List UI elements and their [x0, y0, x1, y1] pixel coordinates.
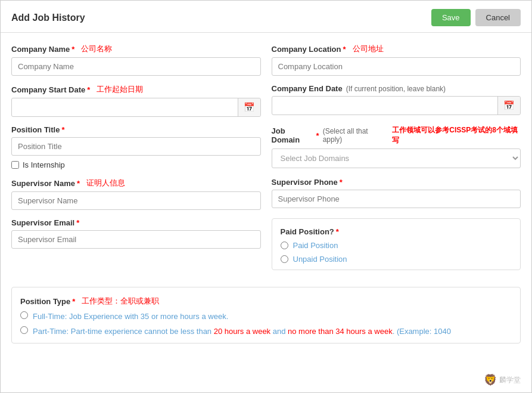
end-date-input[interactable]	[272, 97, 498, 115]
start-date-calendar-icon[interactable]: 📅	[238, 98, 260, 116]
job-domain-select[interactable]: Select Job Domains	[272, 148, 521, 168]
company-name-label: Company Name * 公司名称	[11, 44, 261, 54]
group-supervisor-name: Supervisor Name * 证明人信息	[11, 178, 261, 210]
supervisor-email-input[interactable]	[11, 230, 261, 249]
modal-body: Company Name * 公司名称 Company Location * 公…	[1, 33, 531, 349]
paid-position-radio[interactable]	[281, 242, 288, 249]
paid-position-required: *	[336, 227, 339, 236]
unpaid-position-radio-row: Unpaid Position	[281, 255, 512, 264]
is-internship-label: Is Internship	[23, 160, 65, 169]
position-type-required: *	[72, 297, 75, 306]
supervisor-phone-required: *	[340, 178, 343, 187]
start-date-wrapper: 📅	[11, 98, 261, 117]
row-supervisor-name-phone: Supervisor Name * 证明人信息 Supervisor Phone…	[11, 178, 521, 210]
supervisor-phone-label: Supervisor Phone *	[272, 178, 521, 187]
company-name-input[interactable]	[11, 57, 261, 76]
position-title-label: Position Title *	[11, 125, 261, 134]
full-time-label: Full-Time: Job Experience with 35 or mor…	[33, 311, 228, 322]
group-job-domain: Job Domain * (Select all that apply) 工作领…	[272, 125, 521, 169]
paid-position-box: Paid Position? * Paid Position Unpaid Po…	[272, 218, 521, 270]
position-type-section: Position Type * 工作类型：全职或兼职 Full-Time: Jo…	[11, 287, 521, 344]
part-time-label: Part-Time: Part-time experience cannot b…	[33, 326, 451, 337]
end-date-wrapper: 📅	[272, 96, 521, 115]
supervisor-name-required: *	[77, 179, 80, 188]
start-date-label: Company Start Date * 工作起始日期	[11, 84, 261, 95]
internship-row: Is Internship	[11, 160, 261, 169]
company-location-label: Company Location * 公司地址	[272, 44, 521, 54]
end-date-calendar-icon[interactable]: 📅	[497, 97, 520, 115]
company-location-required: *	[343, 45, 346, 54]
job-domain-label: Job Domain * (Select all that apply) 工作领…	[272, 125, 521, 146]
company-location-annotation: 公司地址	[353, 44, 384, 54]
supervisor-name-input[interactable]	[11, 191, 261, 210]
paid-position-radio-row: Paid Position	[281, 241, 512, 250]
supervisor-name-label: Supervisor Name * 证明人信息	[11, 178, 261, 188]
supervisor-email-required: *	[76, 218, 79, 227]
supervisor-email-label: Supervisor Email *	[11, 218, 261, 227]
company-name-required: *	[71, 45, 74, 54]
end-date-label: Company End Date (If current position, l…	[272, 84, 521, 93]
modal-container: Add Job History Save Cancel Company Name…	[0, 0, 532, 393]
paid-position-label: Paid Position? *	[281, 227, 512, 236]
unpaid-position-radio[interactable]	[281, 255, 288, 263]
paid-position-option-label: Paid Position	[293, 241, 338, 250]
group-supervisor-phone: Supervisor Phone *	[272, 178, 521, 210]
position-type-annotation: 工作类型：全职或兼职	[82, 296, 159, 307]
is-internship-checkbox[interactable]	[11, 161, 19, 169]
start-date-annotation: 工作起始日期	[97, 84, 143, 95]
part-time-row: Part-Time: Part-time experience cannot b…	[20, 326, 512, 337]
full-time-row: Full-Time: Job Experience with 35 or mor…	[20, 311, 512, 322]
start-date-required: *	[87, 85, 90, 94]
position-type-title: Position Type * 工作类型：全职或兼职	[20, 296, 512, 307]
row-company-name-location: Company Name * 公司名称 Company Location * 公…	[11, 44, 521, 76]
group-company-location: Company Location * 公司地址	[272, 44, 521, 76]
group-start-date: Company Start Date * 工作起始日期 📅	[11, 84, 261, 117]
supervisor-phone-input[interactable]	[272, 190, 521, 208]
group-position-title: Position Title * Is Internship	[11, 125, 261, 169]
company-name-annotation: 公司名称	[81, 44, 112, 54]
unpaid-position-option-label: Unpaid Position	[293, 255, 347, 264]
save-button[interactable]: Save	[431, 9, 471, 26]
modal-title: Add Job History	[11, 13, 85, 23]
header-buttons: Save Cancel	[431, 9, 521, 26]
job-domain-annotation: 工作领域可以参考CISSP考试的8个域填写	[392, 125, 521, 146]
modal-header: Add Job History Save Cancel	[1, 1, 531, 33]
position-title-input[interactable]	[11, 137, 261, 156]
watermark: 🦁 麟学堂	[484, 373, 521, 386]
group-paid-position: Paid Position? * Paid Position Unpaid Po…	[272, 218, 521, 278]
group-end-date: Company End Date (If current position, l…	[272, 84, 521, 117]
group-company-name: Company Name * 公司名称	[11, 44, 261, 76]
job-domain-required: *	[316, 131, 319, 140]
company-location-input[interactable]	[272, 57, 521, 76]
group-supervisor-email: Supervisor Email *	[11, 218, 261, 278]
full-time-radio[interactable]	[20, 311, 28, 319]
row-dates: Company Start Date * 工作起始日期 📅 Company En…	[11, 84, 521, 117]
supervisor-name-annotation: 证明人信息	[86, 178, 125, 188]
row-supervisor-email-paid: Supervisor Email * Paid Position? * Paid…	[11, 218, 521, 278]
part-time-radio[interactable]	[20, 326, 28, 334]
start-date-input[interactable]	[12, 99, 238, 116]
cancel-button[interactable]: Cancel	[475, 9, 521, 26]
row-position-job-domain: Position Title * Is Internship Job Domai…	[11, 125, 521, 169]
position-title-required: *	[61, 125, 64, 134]
